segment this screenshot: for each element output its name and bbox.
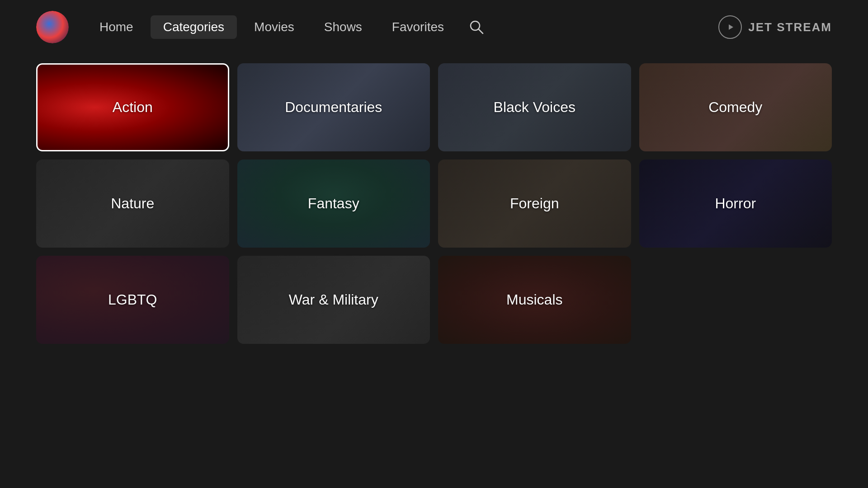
brand-name: JET STREAM	[748, 20, 832, 34]
category-card-documentaries[interactable]: Documentaries	[237, 63, 430, 151]
nav-favorites[interactable]: Favorites	[379, 15, 457, 39]
category-label-fantasy: Fantasy	[308, 195, 359, 212]
svg-line-1	[479, 29, 483, 33]
main-nav: Home Categories Movies Shows Favorites	[87, 15, 700, 39]
brand-play-icon	[718, 15, 742, 39]
category-card-musicals[interactable]: Musicals	[438, 256, 631, 344]
category-label-lgbtq: LGBTQ	[108, 291, 157, 308]
category-label-horror: Horror	[715, 195, 756, 212]
nav-movies[interactable]: Movies	[241, 15, 307, 39]
category-card-comedy[interactable]: Comedy	[639, 63, 832, 151]
category-card-horror[interactable]: Horror	[639, 160, 832, 248]
category-card-foreign[interactable]: Foreign	[438, 160, 631, 248]
category-label-comedy: Comedy	[708, 99, 762, 116]
nav-categories[interactable]: Categories	[151, 15, 237, 39]
category-card-fantasy[interactable]: Fantasy	[237, 160, 430, 248]
svg-point-0	[471, 21, 480, 30]
category-card-war-military[interactable]: War & Military	[237, 256, 430, 344]
svg-marker-2	[729, 24, 733, 30]
category-card-black-voices[interactable]: Black Voices	[438, 63, 631, 151]
brand: JET STREAM	[718, 15, 832, 39]
category-label-war-military: War & Military	[289, 291, 378, 308]
category-label-foreign: Foreign	[510, 195, 559, 212]
category-card-lgbtq[interactable]: LGBTQ	[36, 256, 229, 344]
logo[interactable]	[36, 11, 69, 43]
search-icon[interactable]	[466, 16, 487, 38]
category-card-nature[interactable]: Nature	[36, 160, 229, 248]
category-label-musicals: Musicals	[506, 291, 562, 308]
categories-grid: ActionDocumentariesBlack VoicesComedyNat…	[0, 54, 868, 353]
category-label-action: Action	[113, 99, 153, 116]
category-card-action[interactable]: Action	[36, 63, 229, 151]
nav-home[interactable]: Home	[87, 15, 146, 39]
category-label-documentaries: Documentaries	[285, 99, 382, 116]
nav-shows[interactable]: Shows	[311, 15, 375, 39]
category-label-nature: Nature	[111, 195, 154, 212]
category-label-black-voices: Black Voices	[494, 99, 576, 116]
